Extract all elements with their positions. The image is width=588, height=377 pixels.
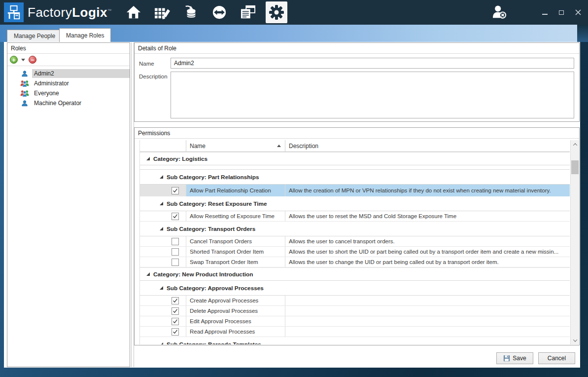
close-button[interactable] xyxy=(574,8,582,16)
subcategory-row[interactable]: Sub Category: Barcode Templates xyxy=(140,337,570,344)
permission-gutter-cell xyxy=(140,247,186,257)
checkbox-unchecked[interactable] xyxy=(172,238,179,245)
permission-row[interactable]: Swap Transport Order ItemAllows the user… xyxy=(140,257,570,267)
nav-icon-bar xyxy=(123,1,287,23)
permission-name-cell: Edit Approval Processes xyxy=(186,316,285,326)
permission-name-cell: Allow Part Relationship Creation xyxy=(186,185,285,196)
permission-row[interactable]: Read Approval Processes xyxy=(140,327,570,337)
group-label: Sub Category: xyxy=(170,165,209,166)
scroll-down-button[interactable] xyxy=(571,336,579,344)
scroll-up-button[interactable] xyxy=(571,140,579,149)
titlebar: FactoryLogix™ xyxy=(0,0,588,25)
category-row[interactable]: Category: New Product Introduction xyxy=(140,267,570,281)
expander-icon[interactable] xyxy=(160,202,163,205)
production-grid-edit-icon[interactable] xyxy=(151,1,173,23)
vertical-scrollbar[interactable] xyxy=(570,140,579,344)
remove-role-button[interactable]: − xyxy=(29,56,36,64)
permission-row[interactable]: Allow Part Relationship CreationAllow th… xyxy=(140,185,570,196)
permission-name-cell: Swap Transport Order Item xyxy=(186,257,285,267)
role-item-label: Everyone xyxy=(32,89,130,98)
role-description-textarea[interactable] xyxy=(171,72,574,118)
checkbox-unchecked[interactable] xyxy=(172,248,179,256)
subcategory-row[interactable]: Sub Category: Part Relationships xyxy=(140,170,570,185)
tab-manage-people[interactable]: Manage People xyxy=(7,30,62,42)
tab-manage-roles[interactable]: Manage Roles xyxy=(59,28,111,42)
subcategory-row[interactable]: Sub Category: Approval Processes xyxy=(140,281,570,296)
data-transfer-icon[interactable] xyxy=(208,1,230,23)
group-label: Sub Category: Approval Processes xyxy=(167,285,264,292)
expander-icon[interactable] xyxy=(160,286,163,290)
settings-icon[interactable] xyxy=(266,1,287,23)
column-header-name[interactable]: Name xyxy=(186,140,285,151)
expander-icon[interactable] xyxy=(160,175,163,179)
permission-description-cell xyxy=(285,327,570,337)
permission-row[interactable]: Shorted Transport Order ItemAllows the u… xyxy=(140,247,570,257)
checkbox-unchecked[interactable] xyxy=(172,259,179,266)
cancel-button[interactable]: Cancel xyxy=(538,352,575,364)
maximize-button[interactable] xyxy=(557,8,565,16)
documents-icon[interactable] xyxy=(237,1,259,23)
permission-description-cell: Allows the user to short the UID or part… xyxy=(285,247,570,257)
roles-panel-title: Roles xyxy=(7,43,130,54)
permission-row[interactable]: Edit Approval Processes xyxy=(140,316,570,327)
permission-description-cell xyxy=(285,296,570,305)
permission-name-cell: Delete Approval Processes xyxy=(186,306,285,316)
permission-row[interactable]: Delete Approval Processes xyxy=(140,306,570,316)
user-logout-icon[interactable] xyxy=(491,5,507,20)
group-label: Sub Category: Part Relationships xyxy=(167,174,259,181)
group-label: Sub Category: Barcode Templates xyxy=(167,341,261,345)
role-item[interactable]: Admin2 xyxy=(7,69,130,78)
checkbox-checked[interactable] xyxy=(172,307,179,315)
group-icon xyxy=(19,80,30,87)
user-icon xyxy=(19,100,30,107)
checkbox-checked[interactable] xyxy=(172,328,179,336)
home-icon[interactable] xyxy=(123,1,144,23)
role-item-label: Admin2 xyxy=(32,69,130,78)
group-label: Sub Category: Reset Exposure Time xyxy=(167,200,267,207)
role-item[interactable]: Machine Operator xyxy=(7,98,130,108)
name-label: Name xyxy=(139,61,154,67)
minimize-button[interactable] xyxy=(541,8,549,16)
checkbox-checked[interactable] xyxy=(172,213,179,220)
save-button[interactable]: Save xyxy=(496,352,533,364)
materials-database-icon[interactable] xyxy=(180,1,202,23)
role-item[interactable]: Administrator xyxy=(7,78,130,88)
checkbox-checked[interactable] xyxy=(172,318,179,325)
column-header-description[interactable]: Description xyxy=(285,140,570,151)
permissions-panel: Permissions Name Description Category: L… xyxy=(134,127,580,345)
expander-icon[interactable] xyxy=(146,272,150,276)
tab-strip: Manage People Manage Roles xyxy=(0,25,588,42)
subcategory-row[interactable]: Sub Category: Reset Exposure Time xyxy=(140,196,570,211)
role-name-input[interactable] xyxy=(171,58,574,69)
permission-gutter-cell xyxy=(140,306,186,316)
factorylogix-logo-icon xyxy=(4,2,24,22)
permission-name-cell: Create Approval Processes xyxy=(186,296,285,305)
scrollbar-thumb[interactable] xyxy=(571,160,579,174)
permission-description-cell xyxy=(285,306,570,316)
category-row[interactable]: Category: Logistics xyxy=(140,152,570,165)
expander-icon[interactable] xyxy=(160,227,163,230)
add-role-button[interactable]: + xyxy=(10,56,18,64)
permission-name-cell: Cancel Transport Orders xyxy=(186,236,285,246)
permission-row[interactable]: Create Approval Processes xyxy=(140,296,570,306)
expander-icon[interactable] xyxy=(146,157,150,160)
clipped-group-row[interactable]: Sub Category: xyxy=(140,165,570,170)
description-label: Description xyxy=(139,74,168,79)
group-label: Category: New Product Introduction xyxy=(153,271,253,278)
permission-row[interactable]: Cancel Transport OrdersAllows the user t… xyxy=(140,236,570,247)
role-item-label: Machine Operator xyxy=(32,99,130,108)
column-header-select xyxy=(140,140,186,151)
main-content: Roles + − Admin2AdministratorEveryoneMac… xyxy=(4,42,580,368)
subcategory-row[interactable]: Sub Category: Transport Orders xyxy=(140,222,570,236)
permission-row[interactable]: Allow Resetting of Exposure TimeAllows t… xyxy=(140,211,570,222)
role-item[interactable]: Everyone xyxy=(7,88,130,98)
permission-name-cell: Read Approval Processes xyxy=(186,327,285,337)
checkbox-checked[interactable] xyxy=(172,187,179,194)
permissions-rows: Category: LogisticsSub Category:Sub Cate… xyxy=(140,152,570,344)
expander-icon[interactable] xyxy=(160,342,163,344)
checkbox-checked[interactable] xyxy=(172,297,179,304)
permission-name-cell: Shorted Transport Order Item xyxy=(186,247,285,257)
app-title: FactoryLogix™ xyxy=(28,5,112,20)
add-role-dropdown-icon[interactable] xyxy=(21,59,25,61)
group-label: Category: Logistics xyxy=(153,155,208,162)
